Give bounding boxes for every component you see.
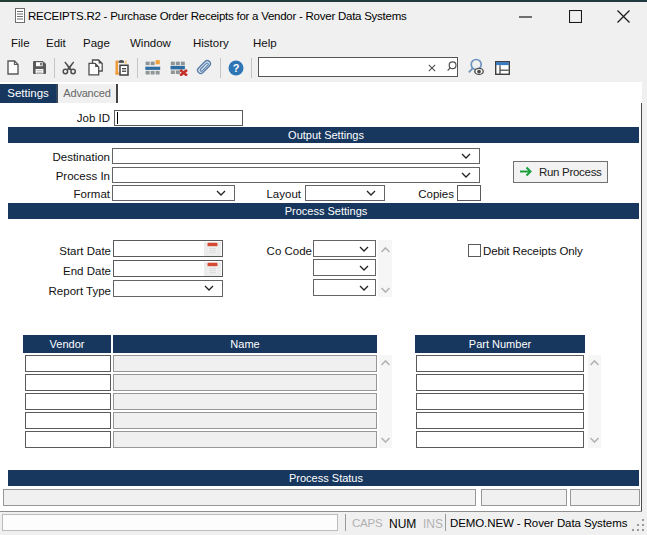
- svg-text:?: ?: [233, 62, 240, 74]
